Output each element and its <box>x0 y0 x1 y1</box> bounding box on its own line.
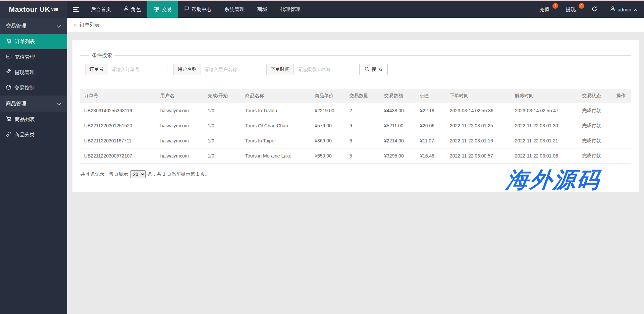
nav-item-dashboard[interactable]: 后台首页 <box>85 1 117 18</box>
topbar-nav: 后台首页 角色 交易 帮助中心 系统管理 商城 代理管理 <box>67 1 307 18</box>
table-cell: ¥4438.00 <box>380 103 416 118</box>
table-cell: ¥26.06 <box>416 118 445 133</box>
search-button[interactable]: 搜 索 <box>359 64 388 75</box>
sidebar-section-trade-management[interactable]: 交易管理 <box>0 18 67 34</box>
table-cell: ¥2219.00 <box>310 103 345 118</box>
table-cell: 2022-11-22 03:01:25 <box>445 118 511 133</box>
nav-item-label: 代理管理 <box>280 6 300 13</box>
sidebar-item-product-category[interactable]: 商品分类 <box>0 127 67 142</box>
table-cell: 2022-11-22 03:01:30 <box>511 118 578 133</box>
table-cell <box>612 133 631 148</box>
table-cell: ¥11.07 <box>416 133 445 148</box>
breadcrumb: » 订单列表 <box>67 18 644 32</box>
app-logo: Maxtour UKV88 <box>0 1 67 18</box>
order-time-field-group: 下单时间 <box>266 64 353 75</box>
table-header-cell: 下单时间 <box>445 89 511 103</box>
nav-item-label: 帮助中心 <box>192 6 212 13</box>
table-cell: 完成付款 <box>578 103 612 118</box>
table-cell: 2023-03-14 02:55:47 <box>511 103 578 118</box>
withdraw-label: 提现 <box>566 6 576 13</box>
order-time-input[interactable] <box>293 64 353 75</box>
nav-item-roles[interactable]: 角色 <box>117 1 147 18</box>
withdraw-badge: 0 <box>579 3 584 9</box>
table-cell: ¥3295.00 <box>380 148 416 164</box>
refresh-button[interactable] <box>585 1 604 18</box>
table-cell: ¥5211.00 <box>380 118 416 133</box>
page-size-select[interactable]: 20 <box>130 170 146 178</box>
table-header-cell: 完成/开始 <box>203 89 241 103</box>
hammer-icon <box>6 69 11 75</box>
table-cell: Tours in Moraine Lake <box>241 148 310 164</box>
hamburger-icon[interactable] <box>67 1 85 18</box>
table-header-cell: 佣金 <box>416 89 445 103</box>
nav-item-label: 系统管理 <box>224 6 245 13</box>
sidebar-item-label: 商品列表 <box>15 116 35 123</box>
table-cell: 2 <box>345 103 380 118</box>
table-cell: UB2211220301251520 <box>80 118 156 133</box>
nav-item-system[interactable]: 系统管理 <box>218 1 251 18</box>
table-header-cell: 商品单价 <box>310 89 345 103</box>
table-cell: 1/0 <box>203 133 241 148</box>
nav-item-label: 商城 <box>257 6 267 13</box>
table-row: UB2211220301251520haiwaiymcom1/0Tours Of… <box>80 118 631 133</box>
link-icon <box>6 132 11 138</box>
table-cell: ¥22.19 <box>416 103 445 118</box>
table-header-row: 订单号用户名完成/开始商品名称商品单价交易数量交易数额佣金下单时间解冻时间交易状… <box>80 89 631 103</box>
sidebar-section-product-management[interactable]: 商品管理 <box>0 96 67 112</box>
orders-table: 订单号用户名完成/开始商品名称商品单价交易数量交易数额佣金下单时间解冻时间交易状… <box>80 89 631 164</box>
cart-icon <box>6 39 11 45</box>
sidebar-section-label: 商品管理 <box>6 101 26 107</box>
recharge-label: 充值 <box>539 6 549 13</box>
sidebar: 交易管理 订单列表 充值管理 提现管理 交易控制 商品管理 <box>0 18 67 314</box>
sidebar-item-label: 订单列表 <box>15 39 35 45</box>
sidebar-item-recharge-management[interactable]: 充值管理 <box>0 49 67 65</box>
user-menu[interactable]: admin <box>604 1 644 18</box>
table-row: UB2211220301167711haiwaiymcom1/0Tours In… <box>80 133 631 148</box>
sidebar-item-label: 商品分类 <box>14 132 35 138</box>
table-cell: haiwaiymcom <box>156 118 203 133</box>
nav-item-trade[interactable]: 交易 <box>147 1 178 18</box>
user-name: admin <box>618 7 631 12</box>
table-cell: 1/0 <box>203 118 241 133</box>
sidebar-item-trade-control[interactable]: 交易控制 <box>0 80 67 96</box>
app-logo-text: Maxtour UK <box>9 5 50 13</box>
search-icon <box>365 67 369 72</box>
table-header-cell: 用户名 <box>156 89 203 103</box>
table-row: UB2303140255368119haiwaiymcom1/0Tours In… <box>80 103 631 118</box>
topbar: Maxtour UKV88 后台首页 角色 交易 帮助中心 系统 <box>0 1 644 18</box>
gauge-icon <box>6 85 11 91</box>
table-cell: 2023-03-14 02:55:36 <box>445 103 511 118</box>
table-cell: Tours In Tuvalu <box>241 103 310 118</box>
table-cell: Tours Of Chan Chan <box>241 118 310 133</box>
recharge-button[interactable]: 充值 1 <box>533 1 559 18</box>
table-cell: 1/0 <box>203 148 241 164</box>
table-cell: Tours In Taipei <box>241 133 310 148</box>
sidebar-item-order-list[interactable]: 订单列表 <box>0 34 67 49</box>
table-cell: UB2211220300572107 <box>80 148 156 164</box>
nav-item-agent[interactable]: 代理管理 <box>274 1 307 18</box>
sidebar-item-withdraw-management[interactable]: 提现管理 <box>0 65 67 80</box>
order-no-input[interactable] <box>108 64 167 75</box>
sidebar-item-product-list[interactable]: 商品列表 <box>0 112 67 127</box>
table-cell: ¥16.48 <box>416 148 445 164</box>
sidebar-section-label: 交易管理 <box>6 23 26 29</box>
username-input[interactable] <box>201 64 260 75</box>
nav-item-help-center[interactable]: 帮助中心 <box>178 1 218 18</box>
withdraw-button[interactable]: 提现 0 <box>559 1 585 18</box>
search-fieldset-legend: 条件搜索 <box>89 52 115 59</box>
chevron-up-icon <box>634 7 638 12</box>
table-cell: ¥369.00 <box>310 133 345 148</box>
nav-item-label: 后台首页 <box>91 6 111 13</box>
scales-icon <box>154 6 159 13</box>
table-cell: ¥659.00 <box>310 148 345 164</box>
table-cell: UB2303140255368119 <box>80 103 156 118</box>
table-header-cell: 交易数额 <box>380 89 416 103</box>
flag-icon <box>184 6 189 12</box>
nav-item-mall[interactable]: 商城 <box>251 1 274 18</box>
double-chevron-icon: » <box>74 22 77 28</box>
chevron-down-icon <box>57 101 61 107</box>
sidebar-item-label: 提现管理 <box>14 69 35 76</box>
topbar-right: 充值 1 提现 0 admin <box>533 1 644 18</box>
table-cell: haiwaiymcom <box>156 148 203 164</box>
table-cell: 2022-11-22 03:01:16 <box>445 133 511 148</box>
